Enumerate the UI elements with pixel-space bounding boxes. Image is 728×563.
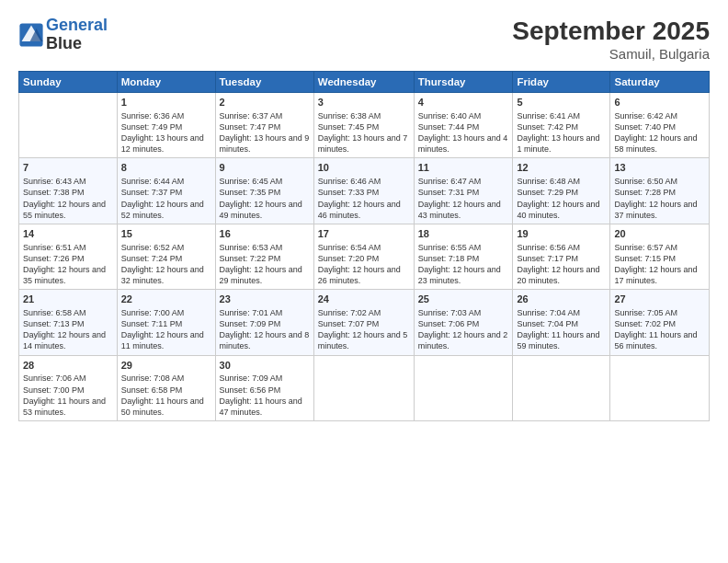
cell-content: 6Sunrise: 6:42 AMSunset: 7:40 PMDaylight… (614, 96, 705, 155)
cell-content: 3Sunrise: 6:38 AMSunset: 7:45 PMDaylight… (318, 96, 410, 155)
sunset-text: Sunset: 7:20 PM (318, 253, 410, 264)
sunset-text: Sunset: 7:22 PM (220, 253, 310, 264)
sunrise-text: Sunrise: 7:01 AM (220, 307, 310, 318)
cell-content: 15Sunrise: 6:52 AMSunset: 7:24 PMDayligh… (121, 227, 211, 286)
calendar-cell (414, 355, 513, 420)
cell-content: 30Sunrise: 7:09 AMSunset: 6:56 PMDayligh… (220, 359, 310, 418)
day-number: 19 (517, 227, 606, 241)
calendar-cell: 30Sunrise: 7:09 AMSunset: 6:56 PMDayligh… (215, 355, 313, 420)
calendar-cell: 14Sunrise: 6:51 AMSunset: 7:26 PMDayligh… (19, 224, 118, 289)
daylight-text: Daylight: 12 hours and 17 minutes. (614, 264, 705, 286)
sunrise-text: Sunrise: 6:42 AM (614, 110, 705, 121)
day-number: 18 (418, 227, 509, 241)
sunrise-text: Sunrise: 6:43 AM (23, 176, 113, 187)
sunrise-text: Sunrise: 6:41 AM (517, 110, 606, 121)
daylight-text: Daylight: 12 hours and 37 minutes. (614, 199, 705, 221)
day-number: 27 (614, 293, 705, 306)
day-number: 10 (318, 161, 410, 175)
col-header-monday: Monday (117, 72, 215, 93)
day-number: 1 (121, 96, 211, 109)
day-number: 5 (517, 96, 606, 109)
sunrise-text: Sunrise: 6:47 AM (418, 176, 509, 187)
daylight-text: Daylight: 11 hours and 59 minutes. (517, 329, 606, 351)
daylight-text: Daylight: 12 hours and 58 minutes. (614, 132, 705, 155)
calendar-cell: 7Sunrise: 6:43 AMSunset: 7:38 PMDaylight… (19, 158, 118, 224)
sunrise-text: Sunrise: 6:45 AM (220, 176, 310, 187)
calendar-cell: 25Sunrise: 7:03 AMSunset: 7:06 PMDayligh… (414, 290, 513, 355)
day-number: 4 (418, 96, 509, 109)
daylight-text: Daylight: 13 hours and 9 minutes. (220, 132, 310, 155)
cell-content: 25Sunrise: 7:03 AMSunset: 7:06 PMDayligh… (418, 293, 509, 351)
page-title: September 2025 (512, 17, 710, 46)
day-number: 16 (220, 227, 310, 241)
sunset-text: Sunset: 6:58 PM (121, 385, 211, 396)
sunset-text: Sunset: 7:11 PM (121, 318, 211, 329)
sunset-text: Sunset: 7:04 PM (517, 318, 606, 329)
calendar-cell: 10Sunrise: 6:46 AMSunset: 7:33 PMDayligh… (313, 158, 414, 224)
cell-content: 16Sunrise: 6:53 AMSunset: 7:22 PMDayligh… (220, 227, 310, 286)
col-header-wednesday: Wednesday (313, 72, 414, 93)
cell-content: 5Sunrise: 6:41 AMSunset: 7:42 PMDaylight… (517, 96, 606, 155)
calendar-cell: 12Sunrise: 6:48 AMSunset: 7:29 PMDayligh… (513, 158, 610, 224)
calendar-cell: 23Sunrise: 7:01 AMSunset: 7:09 PMDayligh… (215, 290, 313, 355)
calendar-cell: 29Sunrise: 7:08 AMSunset: 6:58 PMDayligh… (117, 355, 215, 420)
cell-content: 24Sunrise: 7:02 AMSunset: 7:07 PMDayligh… (318, 293, 410, 351)
calendar-cell: 3Sunrise: 6:38 AMSunset: 7:45 PMDaylight… (313, 93, 414, 158)
sunrise-text: Sunrise: 6:53 AM (220, 242, 310, 253)
sunrise-text: Sunrise: 7:05 AM (614, 307, 705, 318)
calendar-cell: 17Sunrise: 6:54 AMSunset: 7:20 PMDayligh… (313, 224, 414, 289)
sunset-text: Sunset: 7:45 PM (318, 121, 410, 132)
daylight-text: Daylight: 12 hours and 8 minutes. (220, 329, 310, 351)
page: General Blue September 2025 Samuil, Bulg… (0, 0, 728, 563)
sunrise-text: Sunrise: 7:04 AM (517, 307, 606, 318)
sunset-text: Sunset: 7:24 PM (121, 253, 211, 264)
daylight-text: Daylight: 12 hours and 23 minutes. (418, 264, 509, 286)
day-number: 30 (220, 359, 310, 373)
sunset-text: Sunset: 6:56 PM (220, 385, 310, 396)
sunset-text: Sunset: 7:26 PM (23, 253, 113, 264)
sunrise-text: Sunrise: 6:55 AM (418, 242, 509, 253)
sunset-text: Sunset: 7:06 PM (418, 318, 509, 329)
logo-line1: General (46, 16, 108, 34)
sunrise-text: Sunrise: 6:56 AM (517, 242, 606, 253)
daylight-text: Daylight: 12 hours and 26 minutes. (318, 264, 410, 286)
day-number: 3 (318, 96, 410, 109)
calendar-cell: 9Sunrise: 6:45 AMSunset: 7:35 PMDaylight… (215, 158, 313, 224)
cell-content: 13Sunrise: 6:50 AMSunset: 7:28 PMDayligh… (614, 161, 705, 220)
col-header-thursday: Thursday (414, 72, 513, 93)
sunrise-text: Sunrise: 7:00 AM (121, 307, 211, 318)
cell-content: 23Sunrise: 7:01 AMSunset: 7:09 PMDayligh… (220, 293, 310, 351)
sunset-text: Sunset: 7:33 PM (318, 187, 410, 198)
calendar-cell: 15Sunrise: 6:52 AMSunset: 7:24 PMDayligh… (117, 224, 215, 289)
daylight-text: Daylight: 12 hours and 29 minutes. (220, 264, 310, 286)
daylight-text: Daylight: 12 hours and 46 minutes. (318, 199, 410, 221)
page-subtitle: Samuil, Bulgaria (512, 46, 710, 62)
day-number: 14 (23, 227, 113, 241)
calendar-cell: 13Sunrise: 6:50 AMSunset: 7:28 PMDayligh… (610, 158, 710, 224)
sunrise-text: Sunrise: 7:06 AM (23, 373, 113, 384)
cell-content: 4Sunrise: 6:40 AMSunset: 7:44 PMDaylight… (418, 96, 509, 155)
daylight-text: Daylight: 13 hours and 12 minutes. (121, 132, 211, 155)
day-number: 24 (318, 293, 410, 306)
day-number: 20 (614, 227, 705, 241)
day-number: 29 (121, 359, 211, 373)
sunset-text: Sunset: 7:09 PM (220, 318, 310, 329)
day-number: 26 (517, 293, 606, 306)
sunrise-text: Sunrise: 6:36 AM (121, 110, 211, 121)
day-number: 13 (614, 161, 705, 175)
day-number: 22 (121, 293, 211, 306)
sunset-text: Sunset: 7:28 PM (614, 187, 705, 198)
calendar-cell (610, 355, 710, 420)
sunrise-text: Sunrise: 6:48 AM (517, 176, 606, 187)
calendar-cell: 28Sunrise: 7:06 AMSunset: 7:00 PMDayligh… (19, 355, 118, 420)
day-number: 9 (220, 161, 310, 175)
daylight-text: Daylight: 11 hours and 47 minutes. (220, 396, 310, 418)
sunset-text: Sunset: 7:13 PM (23, 318, 113, 329)
sunrise-text: Sunrise: 6:50 AM (614, 176, 705, 187)
calendar-table: SundayMondayTuesdayWednesdayThursdayFrid… (18, 71, 710, 421)
daylight-text: Daylight: 12 hours and 32 minutes. (121, 264, 211, 286)
calendar-header-row: SundayMondayTuesdayWednesdayThursdayFrid… (19, 72, 710, 93)
sunrise-text: Sunrise: 6:40 AM (418, 110, 509, 121)
cell-content: 27Sunrise: 7:05 AMSunset: 7:02 PMDayligh… (614, 293, 705, 351)
cell-content: 17Sunrise: 6:54 AMSunset: 7:20 PMDayligh… (318, 227, 410, 286)
